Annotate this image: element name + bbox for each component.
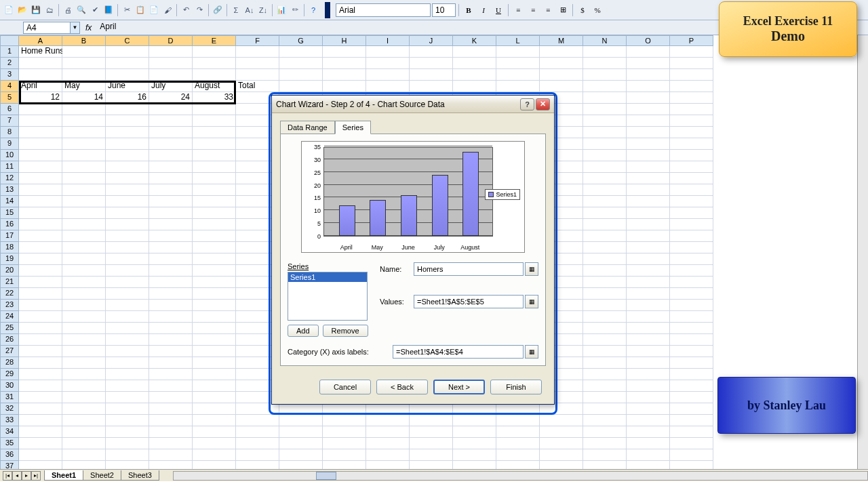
cell-A5[interactable]: 12: [19, 92, 62, 104]
col-header-L[interactable]: L: [496, 35, 540, 46]
cell-B28[interactable]: [62, 357, 106, 369]
cell-N30[interactable]: [583, 380, 627, 392]
cell-P15[interactable]: [670, 207, 713, 219]
cell-H2[interactable]: [323, 58, 366, 69]
cell-P8[interactable]: [670, 127, 713, 138]
cell-B36[interactable]: [62, 449, 106, 461]
cell-D5[interactable]: 24: [149, 92, 193, 104]
cell-I33[interactable]: [366, 415, 410, 426]
cell-A26[interactable]: [19, 334, 62, 346]
cell-J2[interactable]: [410, 58, 453, 69]
col-header-P[interactable]: P: [670, 35, 713, 46]
cell-C3[interactable]: [106, 69, 149, 81]
cell-O16[interactable]: [627, 219, 670, 230]
cell-A30[interactable]: [19, 380, 62, 392]
tab-series[interactable]: Series: [335, 121, 371, 134]
cell-E6[interactable]: [193, 104, 236, 115]
format-painter-icon[interactable]: 🖌: [161, 4, 174, 16]
cell-O13[interactable]: [627, 184, 670, 196]
cell-H3[interactable]: [323, 69, 366, 81]
back-button[interactable]: < Back: [376, 380, 428, 394]
cell-N29[interactable]: [583, 369, 627, 380]
cell-B23[interactable]: [62, 300, 106, 311]
cell-P9[interactable]: [670, 138, 713, 150]
row-header-21[interactable]: 21: [0, 277, 19, 288]
cell-P12[interactable]: [670, 173, 713, 184]
cut-icon[interactable]: ✂: [121, 4, 133, 16]
new-icon[interactable]: 📄: [3, 4, 15, 16]
cell-B7[interactable]: [62, 115, 106, 127]
cell-P19[interactable]: [670, 253, 713, 265]
cell-C21[interactable]: [106, 277, 149, 288]
cell-O26[interactable]: [627, 334, 670, 346]
cell-A24[interactable]: [19, 311, 62, 323]
cell-D35[interactable]: [149, 438, 193, 449]
cell-P32[interactable]: [670, 403, 713, 415]
cell-E23[interactable]: [193, 300, 236, 311]
cell-C31[interactable]: [106, 392, 149, 403]
cell-N31[interactable]: [583, 392, 627, 403]
cell-N7[interactable]: [583, 115, 627, 127]
cell-A33[interactable]: [19, 415, 62, 426]
cell-P3[interactable]: [670, 69, 713, 81]
cell-N6[interactable]: [583, 104, 627, 115]
col-header-F[interactable]: F: [236, 35, 279, 46]
cell-B19[interactable]: [62, 253, 106, 265]
tab-data-range[interactable]: Data Range: [280, 121, 335, 134]
cell-O22[interactable]: [627, 288, 670, 300]
cell-E5[interactable]: 33: [193, 92, 236, 104]
cell-N5[interactable]: [583, 92, 627, 104]
cell-C29[interactable]: [106, 369, 149, 380]
cell-D7[interactable]: [149, 115, 193, 127]
row-header-19[interactable]: 19: [0, 253, 19, 265]
cell-O29[interactable]: [627, 369, 670, 380]
cell-L36[interactable]: [496, 449, 540, 461]
cell-B20[interactable]: [62, 265, 106, 277]
cell-A11[interactable]: [19, 161, 62, 173]
cell-D30[interactable]: [149, 380, 193, 392]
cell-N32[interactable]: [583, 403, 627, 415]
cell-F2[interactable]: [236, 58, 279, 69]
cell-C11[interactable]: [106, 161, 149, 173]
row-header-36[interactable]: 36: [0, 449, 19, 461]
cell-G3[interactable]: [279, 69, 323, 81]
cell-L33[interactable]: [496, 415, 540, 426]
cell-P7[interactable]: [670, 115, 713, 127]
cell-E26[interactable]: [193, 334, 236, 346]
cell-E19[interactable]: [193, 253, 236, 265]
cell-B6[interactable]: [62, 104, 106, 115]
cell-I35[interactable]: [366, 438, 410, 449]
cell-E7[interactable]: [193, 115, 236, 127]
cell-P1[interactable]: [670, 46, 713, 58]
cell-O6[interactable]: [627, 104, 670, 115]
row-header-26[interactable]: 26: [0, 334, 19, 346]
cell-E20[interactable]: [193, 265, 236, 277]
cell-D1[interactable]: [149, 46, 193, 58]
cell-D23[interactable]: [149, 300, 193, 311]
cell-I3[interactable]: [366, 69, 410, 81]
sheet-tab-sheet2[interactable]: Sheet2: [83, 470, 121, 481]
cell-L4[interactable]: [496, 81, 540, 92]
cell-D15[interactable]: [149, 207, 193, 219]
cell-B26[interactable]: [62, 334, 106, 346]
cell-A18[interactable]: [19, 242, 62, 253]
cell-L1[interactable]: [496, 46, 540, 58]
cell-A3[interactable]: [19, 69, 62, 81]
currency-icon[interactable]: $: [576, 4, 589, 16]
drawing-icon[interactable]: ✏: [289, 4, 301, 16]
cell-C34[interactable]: [106, 426, 149, 438]
bold-button[interactable]: B: [462, 4, 475, 16]
row-header-31[interactable]: 31: [0, 392, 19, 403]
cell-E2[interactable]: [193, 58, 236, 69]
cell-N1[interactable]: [583, 46, 627, 58]
cell-A21[interactable]: [19, 277, 62, 288]
cell-P27[interactable]: [670, 346, 713, 357]
percent-icon[interactable]: %: [591, 4, 604, 16]
cell-N17[interactable]: [583, 230, 627, 242]
cell-G1[interactable]: [279, 46, 323, 58]
cell-J35[interactable]: [410, 438, 453, 449]
cell-A9[interactable]: [19, 138, 62, 150]
cell-P20[interactable]: [670, 265, 713, 277]
cell-O1[interactable]: [627, 46, 670, 58]
cell-O32[interactable]: [627, 403, 670, 415]
